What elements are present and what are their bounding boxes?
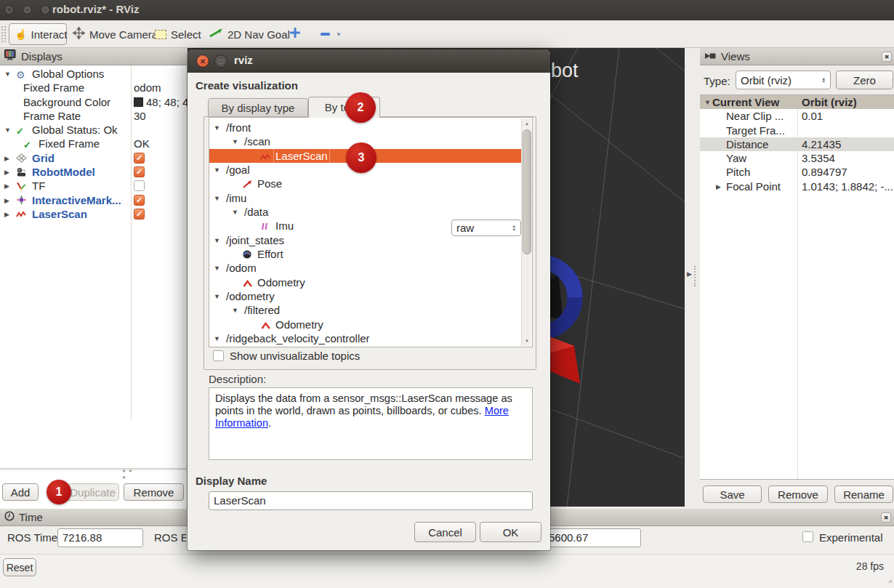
expander-icon[interactable]: ▶	[4, 155, 9, 162]
show-unvisualizable-checkbox[interactable]	[213, 350, 224, 361]
expander-icon[interactable]: ▼	[232, 138, 238, 145]
expander-icon[interactable]: ▶	[716, 183, 721, 190]
displays-panel-header[interactable]: Displays	[0, 48, 187, 65]
expander-icon[interactable]: ▼	[214, 166, 220, 174]
scrollbar-thumb[interactable]	[523, 129, 531, 254]
add-display-button[interactable]: Add	[2, 483, 39, 501]
add-tool-button[interactable]	[289, 23, 301, 45]
window-minimize-icon[interactable]: −	[23, 5, 32, 15]
window-maximize-icon[interactable]: ▫	[41, 5, 50, 15]
ok-button[interactable]: OK	[480, 522, 541, 542]
expander-icon[interactable]: ▼	[214, 237, 220, 244]
expander-icon[interactable]: ▼	[232, 209, 238, 216]
expander-icon[interactable]: ▼	[214, 335, 220, 342]
display-property-row[interactable]: ▶TF	[0, 179, 188, 193]
expander-icon[interactable]: ▼	[4, 71, 11, 78]
remove-tool-button[interactable]: ▼	[320, 23, 342, 45]
wall-time-field[interactable]: 5600.67	[544, 528, 641, 547]
view-property-row[interactable]: Target Fra...	[700, 124, 894, 137]
topic-row[interactable]: ▼/odometry	[209, 289, 522, 303]
ros-time-field[interactable]: 7216.88	[57, 528, 143, 547]
expander-icon[interactable]: ▼	[4, 126, 11, 134]
expander-icon[interactable]: ▼	[214, 195, 220, 202]
save-view-button[interactable]: Save	[703, 486, 762, 503]
scroll-up-icon[interactable]: ▲	[523, 119, 531, 128]
topic-row[interactable]: ▼/front	[209, 121, 522, 134]
collapse-arrow-icon[interactable]: ▶	[687, 270, 692, 278]
enabled-checkbox[interactable]: ✓	[134, 153, 145, 164]
view-property-row[interactable]: Yaw3.5354	[700, 151, 894, 165]
expander-icon[interactable]: ▶	[4, 182, 9, 190]
display-property-row[interactable]: ✓Fixed FrameOK	[0, 137, 188, 150]
topic-row[interactable]: ▼/data	[209, 205, 522, 219]
expander-icon[interactable]: ▶	[4, 197, 9, 204]
enabled-checkbox[interactable]	[134, 180, 145, 191]
expander-icon[interactable]: ▼	[214, 265, 220, 272]
expander-icon[interactable]: ▼	[232, 307, 238, 314]
scrollbar[interactable]: ▲ ▼	[521, 118, 531, 346]
cancel-button[interactable]: Cancel	[414, 522, 476, 542]
display-property-row[interactable]: ▶RobotModel✓	[0, 165, 188, 179]
display-property-row[interactable]: ▶Grid✓	[0, 151, 188, 165]
display-property-row[interactable]: ▶LaserScan✓	[0, 207, 188, 221]
expander-icon[interactable]: ▼	[704, 99, 711, 106]
topic-row[interactable]: Effort	[209, 247, 522, 261]
view-type-select[interactable]: Orbit (rviz) ▲▼	[736, 71, 831, 89]
view-property-row[interactable]: Near Clip ...0.01	[700, 109, 894, 123]
select-tool-button[interactable]: Select	[155, 23, 201, 45]
topic-row[interactable]: ▼/ridgeback_velocity_controller	[209, 331, 522, 345]
displays-splitter[interactable]	[0, 468, 188, 470]
remove-view-button[interactable]: Remove	[768, 486, 828, 503]
experimental-checkbox[interactable]	[802, 531, 813, 542]
display-property-row[interactable]: ▶InteractiveMark...✓	[0, 193, 188, 207]
display-property-row[interactable]: Frame Rate30	[0, 109, 188, 123]
expander-icon[interactable]: ▶	[4, 169, 9, 176]
expander-icon[interactable]: ▼	[214, 293, 220, 300]
scroll-down-icon[interactable]: ▼	[523, 337, 531, 345]
expander-icon[interactable]: ▶	[4, 211, 9, 218]
dialog-close-icon[interactable]: ✕	[196, 55, 209, 68]
display-name-input[interactable]: LaserScan	[209, 491, 533, 510]
duplicate-display-button[interactable]: Duplicate	[66, 483, 119, 501]
display-property-row[interactable]: Fixed Frameodom	[0, 81, 188, 94]
expander-icon[interactable]: ▼	[214, 124, 220, 132]
dialog-maximize-icon[interactable]: ▢	[214, 55, 227, 68]
enabled-checkbox[interactable]: ✓	[134, 195, 145, 206]
toolbar-grip[interactable]	[1, 26, 6, 42]
property-value: 4.21435	[802, 138, 841, 150]
view-property-row[interactable]: ▶Focal Point1.0143; 1.8842; -...	[700, 180, 894, 193]
remove-display-button[interactable]: Remove	[124, 483, 184, 501]
time-close-icon[interactable]: ✖	[881, 512, 891, 523]
views-panel-header[interactable]: Views ✖	[700, 48, 894, 65]
window-close-icon[interactable]: ✕	[4, 5, 14, 15]
view-type-label: Type:	[704, 75, 730, 87]
topic-row[interactable]: Odometry	[209, 275, 522, 289]
resize-grip[interactable]: ◢	[888, 578, 893, 584]
view-property-row[interactable]: Pitch0.894797	[700, 165, 894, 179]
rename-view-button[interactable]: Rename	[834, 486, 893, 503]
enabled-checkbox[interactable]: ✓	[134, 166, 145, 177]
move-camera-tool-button[interactable]: Move Camera	[73, 23, 158, 45]
topic-row[interactable]: ▼/filtered	[209, 303, 522, 317]
splitter-grip[interactable]	[694, 266, 696, 286]
nav-goal-tool-button[interactable]: 2D Nav Goal	[209, 23, 290, 45]
enabled-checkbox[interactable]: ✓	[134, 209, 145, 220]
interact-tool-button[interactable]: ☝ Interact	[9, 23, 67, 45]
imu-raw-select[interactable]: raw ▲▼	[451, 220, 521, 236]
topic-row[interactable]: ▼/imu	[209, 191, 522, 205]
views-close-icon[interactable]: ✖	[882, 52, 892, 62]
topic-row[interactable]: Pose	[209, 177, 522, 190]
panel-splitter-gutter[interactable]: ▶	[685, 48, 700, 507]
topic-row[interactable]: Odometry	[209, 318, 522, 331]
view-property-row[interactable]: ▼Current ViewOrbit (rviz)	[700, 95, 894, 109]
reset-button[interactable]: Reset	[3, 558, 36, 576]
view-property-row[interactable]: Distance4.21435	[700, 137, 894, 151]
zero-button[interactable]: Zero	[836, 71, 893, 89]
tab-by-display-type[interactable]: By display type	[208, 98, 308, 117]
display-property-row[interactable]: ▼⚙Global Options	[0, 67, 188, 81]
display-property-row[interactable]: Background Color48; 48; 4	[0, 95, 188, 109]
topic-label: /goal	[226, 164, 250, 176]
dialog-titlebar[interactable]: ✕ ▢ rviz	[188, 49, 550, 73]
topic-row[interactable]: ▼/odom	[209, 261, 522, 275]
display-property-row[interactable]: ▼✓Global Status: Ok	[0, 123, 188, 137]
